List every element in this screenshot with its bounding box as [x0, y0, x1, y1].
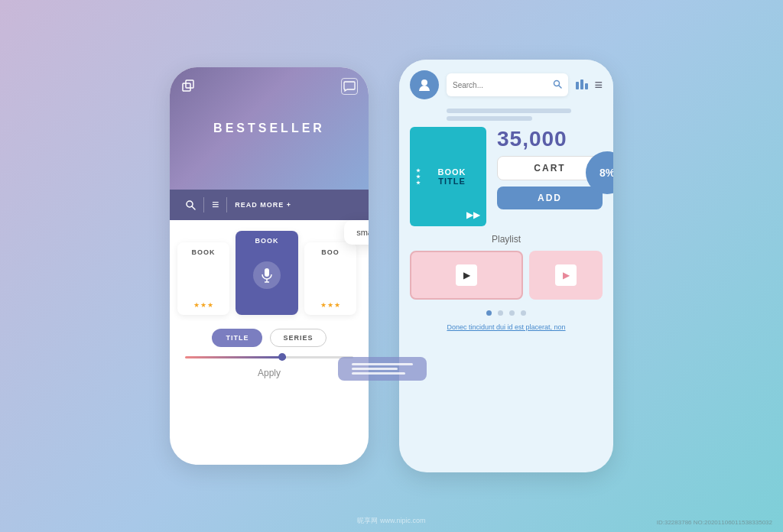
svg-rect-11 — [580, 79, 583, 89]
range-track — [185, 356, 353, 358]
layers-icon — [180, 78, 197, 95]
search-input[interactable] — [453, 81, 553, 89]
filter-buttons: TITLE SERIES — [170, 321, 369, 353]
book-card-right[interactable]: BOO ★★★ — [304, 242, 356, 315]
stars-left: ★★★ — [193, 301, 214, 309]
search-icon[interactable] — [177, 200, 203, 210]
stars-right: ★★★ — [320, 301, 341, 309]
user-line-1 — [447, 109, 571, 113]
svg-rect-12 — [585, 83, 588, 89]
play-button-2[interactable]: ▶ — [555, 264, 577, 286]
play-button-1[interactable]: ▶ — [456, 264, 477, 286]
add-button[interactable]: ADD — [497, 187, 603, 209]
chat-icon — [341, 78, 358, 95]
right-phone-header: ≡ — [399, 60, 613, 105]
svg-rect-4 — [265, 268, 269, 277]
svg-line-9 — [559, 86, 561, 88]
dot-2[interactable] — [498, 310, 503, 316]
book-cover-title1: BOOK — [438, 167, 466, 177]
pagination-dots — [399, 306, 613, 320]
search-bar[interactable] — [447, 73, 568, 96]
book-label-left: BOOK — [192, 248, 216, 256]
svg-rect-1 — [186, 80, 193, 88]
svg-rect-10 — [576, 82, 579, 89]
svg-line-3 — [192, 206, 195, 209]
book-cover: BOOK TITLE ▶▶ — [410, 127, 486, 226]
books-section: BOOK ★★★ BOOK BOO ★★★ — [170, 220, 369, 321]
left-phone: BESTSELLER ≡ READ MORE + BOOK ★★★ — [170, 67, 369, 465]
book-label-featured: BOOK — [255, 237, 279, 245]
read-more-button[interactable]: READ MORE + — [227, 201, 299, 209]
watermark-right: ID:32283786 NO:20201106011538335032 — [657, 519, 772, 526]
playlist-item-2[interactable]: ▶ — [529, 251, 603, 300]
search-icon-right — [553, 79, 562, 91]
series-filter-button[interactable]: SERIES — [270, 329, 326, 347]
book-cover-stars — [416, 168, 421, 185]
star-3 — [416, 180, 421, 185]
dot-4[interactable] — [521, 310, 526, 316]
book-card-left[interactable]: BOOK ★★★ — [177, 242, 229, 315]
playlist-items: ▶ ▶ — [410, 251, 603, 300]
title-filter-button[interactable]: TITLE — [212, 329, 262, 347]
book-label-right: BOO — [321, 248, 340, 256]
arrow-icon: ▶▶ — [466, 209, 480, 220]
product-section: BOOK TITLE ▶▶ 35,000 CART ADD — [399, 127, 613, 226]
playlist-item-1[interactable]: ▶ — [410, 251, 523, 300]
phones-container: BESTSELLER ≡ READ MORE + BOOK ★★★ — [170, 60, 613, 472]
popup-tooltip: smart mobile apps — [344, 220, 369, 245]
book-card-featured[interactable]: BOOK — [236, 231, 298, 315]
speech-bubble — [338, 357, 427, 381]
menu-icon[interactable]: ≡ — [204, 198, 226, 212]
dot-1[interactable] — [486, 310, 492, 316]
dot-3[interactable] — [509, 310, 515, 316]
bar-chart-icon[interactable] — [576, 79, 588, 92]
svg-point-7 — [421, 79, 427, 86]
right-phone: ≡ BOOK TITLE ▶▶ — [399, 60, 613, 472]
hamburger-icon[interactable]: ≡ — [594, 77, 603, 93]
avatar — [410, 70, 439, 99]
product-price: 35,000 — [497, 127, 603, 151]
user-info — [399, 105, 613, 127]
left-header-icons — [180, 78, 358, 95]
bestseller-title: BESTSELLER — [213, 122, 325, 135]
playlist-section: Playlist ▶ ▶ — [399, 226, 613, 306]
star-1 — [416, 168, 421, 173]
svg-rect-0 — [183, 83, 190, 91]
mic-icon — [253, 261, 281, 289]
book-cover-title2: TITLE — [438, 177, 466, 186]
right-header-icons: ≡ — [576, 77, 603, 93]
bubble-line-1 — [352, 363, 413, 365]
playlist-title: Playlist — [410, 234, 603, 245]
bubble-line-3 — [352, 372, 405, 375]
range-thumb — [278, 353, 286, 361]
nav-bar: ≡ READ MORE + — [170, 190, 369, 220]
watermark-left: 昵享网 www.nipic.com — [357, 516, 425, 526]
star-2 — [416, 174, 421, 179]
bubble-line-2 — [352, 368, 398, 370]
svg-point-8 — [554, 80, 560, 86]
left-phone-header: BESTSELLER — [170, 67, 369, 190]
popup-text: smart mobile apps — [356, 228, 369, 237]
user-line-2 — [447, 116, 532, 121]
footer-text: Donec tincidunt dui id est placerat, non — [399, 320, 613, 337]
